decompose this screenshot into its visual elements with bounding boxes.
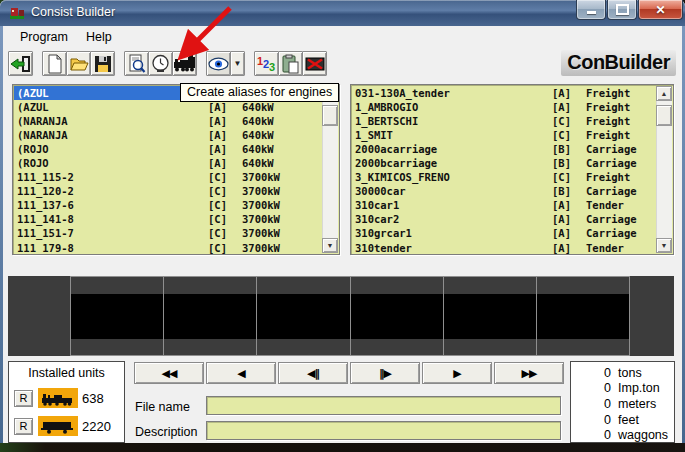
app-window: Consist Builder ✕ ProgramHelp ▼123 ConBu… xyxy=(0,0,685,443)
list-item[interactable]: 310car1[A]Tender xyxy=(352,198,656,212)
open-consist-button[interactable] xyxy=(66,51,91,76)
step-forward-button[interactable]: ▶ xyxy=(422,362,492,384)
list-item[interactable]: 111_151-7[C]3700kW xyxy=(14,226,322,240)
stat-unit: tons xyxy=(611,366,642,380)
stat-value: 0 xyxy=(571,397,611,411)
maximize-button[interactable] xyxy=(607,0,637,20)
toolbar-group xyxy=(124,51,197,76)
eye-icon xyxy=(208,57,229,71)
consist-slot[interactable] xyxy=(256,276,350,356)
list-item[interactable]: 2000bcarriage[B]Carriage xyxy=(352,156,656,170)
list-item[interactable]: 111_179-8[C]3700kW xyxy=(14,241,322,255)
stat-value: 0 xyxy=(571,381,611,395)
engines-scrollbar[interactable]: ▲ ▼ xyxy=(322,86,338,253)
refresh-button[interactable]: R xyxy=(14,390,33,407)
list-item[interactable]: 310tender[A]Tender xyxy=(352,241,656,255)
toolbar: ▼123 ConBuilder xyxy=(3,47,682,82)
list-item[interactable]: 111_115-2[C]3700kW xyxy=(14,170,322,184)
list-item[interactable]: 1_BERTSCHI[C]Freight xyxy=(352,114,656,128)
minimize-icon xyxy=(587,11,596,14)
skip-last-button[interactable]: ▶▶ xyxy=(494,362,564,384)
installed-unit-row: R638 xyxy=(14,388,124,408)
renumber-button[interactable]: 123 xyxy=(254,51,279,76)
list-item[interactable]: (AZUL[A]640kW xyxy=(14,100,322,114)
consist-slot[interactable] xyxy=(350,276,444,356)
window-border-left xyxy=(0,26,3,443)
list-item[interactable]: (ROJO[A]640kW xyxy=(14,156,322,170)
stock-scrollbar[interactable]: ▲ ▼ xyxy=(656,86,672,253)
list-item[interactable]: (NARANJA[A]640kW xyxy=(14,114,322,128)
file-name-input[interactable] xyxy=(206,396,561,415)
clock-button[interactable] xyxy=(148,51,173,76)
description-input[interactable] xyxy=(206,421,561,440)
paste-button[interactable] xyxy=(278,51,303,76)
save-consist-button[interactable] xyxy=(90,51,115,76)
list-item[interactable]: 111_120-2[C]3700kW xyxy=(14,184,322,198)
move-left-button[interactable]: ◀‖ xyxy=(278,362,348,384)
consist-right-endcap xyxy=(630,276,674,356)
list-cell-cls: [C] xyxy=(208,184,242,198)
list-item[interactable]: 2000acarriage[B]Carriage xyxy=(352,142,656,156)
engines-list[interactable]: (AZUL(AZUL[A]640kW(NARANJA[A]640kW(NARAN… xyxy=(12,84,340,255)
list-item[interactable]: 111_137-6[C]3700kW xyxy=(14,198,322,212)
list-cell-type: Freight xyxy=(586,100,656,114)
scroll-thumb[interactable] xyxy=(322,105,338,126)
list-cell-name: 2000bcarriage xyxy=(352,156,552,170)
consist-left-endcap xyxy=(8,276,70,356)
scroll-down-icon[interactable]: ▼ xyxy=(322,238,338,253)
scroll-thumb[interactable] xyxy=(656,105,672,126)
create-aliases-button[interactable] xyxy=(172,51,197,76)
stat-value: 0 xyxy=(571,428,611,442)
list-cell-cls: [C] xyxy=(552,128,586,142)
title-bar[interactable]: Consist Builder ✕ xyxy=(0,0,685,26)
close-button[interactable]: ✕ xyxy=(638,0,683,20)
list-item[interactable]: 3_KIMICOS_FRENO[C]Freight xyxy=(352,170,656,184)
step-back-button[interactable]: ◀ xyxy=(206,362,276,384)
list-item[interactable]: (NARANJA[A]640kW xyxy=(14,128,322,142)
list-cell-name: 3_KIMICOS_FRENO xyxy=(352,170,552,184)
consist-slot[interactable] xyxy=(163,276,257,356)
stat-value: 0 xyxy=(571,366,611,380)
installed-count: 638 xyxy=(82,391,104,406)
view-dropdown-button[interactable]: ▼ xyxy=(230,51,245,76)
list-cell-name: (AZUL xyxy=(14,100,208,114)
minimize-button[interactable] xyxy=(576,0,606,20)
list-item[interactable]: 1_AMBROGIO[A]Freight xyxy=(352,100,656,114)
list-item[interactable]: (ROJO[A]640kW xyxy=(14,142,322,156)
stock-list[interactable]: 031-130A_tender[A]Freight1_AMBROGIO[A]Fr… xyxy=(350,84,674,255)
scroll-up-icon[interactable]: ▲ xyxy=(656,86,672,101)
list-item[interactable]: 1_SMIT[C]Freight xyxy=(352,128,656,142)
menu-item-program[interactable]: Program xyxy=(11,28,77,46)
svg-text:1: 1 xyxy=(257,55,263,67)
refresh-button[interactable]: R xyxy=(14,418,33,435)
list-cell-type: Tender xyxy=(586,241,656,255)
list-cell-name: (AZUL xyxy=(14,86,208,100)
move-right-button[interactable]: ‖▶ xyxy=(350,362,420,384)
list-cell-name: 310car2 xyxy=(352,212,552,226)
list-item[interactable]: 111_141-8[C]3700kW xyxy=(14,212,322,226)
consist-slot[interactable] xyxy=(443,276,537,356)
consist-slot[interactable] xyxy=(70,276,164,356)
list-cell-type: Carriage xyxy=(586,226,656,240)
list-cell-name: 111_120-2 xyxy=(14,184,208,198)
list-item[interactable]: 031-130A_tender[A]Freight xyxy=(352,86,656,100)
list-item[interactable]: 310grcar1[A]Carriage xyxy=(352,226,656,240)
list-cell-name: 111_137-6 xyxy=(14,198,208,212)
mail-delete-button[interactable] xyxy=(302,51,327,76)
scroll-down-icon[interactable]: ▼ xyxy=(656,238,672,253)
skip-first-button[interactable]: ◀◀ xyxy=(134,362,204,384)
view-button[interactable] xyxy=(206,51,231,76)
list-cell-power: 3700kW xyxy=(242,170,322,184)
list-cell-cls: [B] xyxy=(552,184,586,198)
exit-button[interactable] xyxy=(8,51,33,76)
new-consist-button[interactable] xyxy=(42,51,67,76)
stat-value: 0 xyxy=(571,413,611,427)
print-preview-button[interactable] xyxy=(124,51,149,76)
menu-item-help[interactable]: Help xyxy=(77,28,121,46)
consist-slot[interactable] xyxy=(536,276,630,356)
list-item[interactable]: 30000car[B]Carriage xyxy=(352,184,656,198)
list-item[interactable]: 310car2[A]Carriage xyxy=(352,212,656,226)
list-cell-name: (NARANJA xyxy=(14,128,208,142)
list-cell-type: Carriage xyxy=(586,156,656,170)
svg-text:3: 3 xyxy=(269,61,275,73)
